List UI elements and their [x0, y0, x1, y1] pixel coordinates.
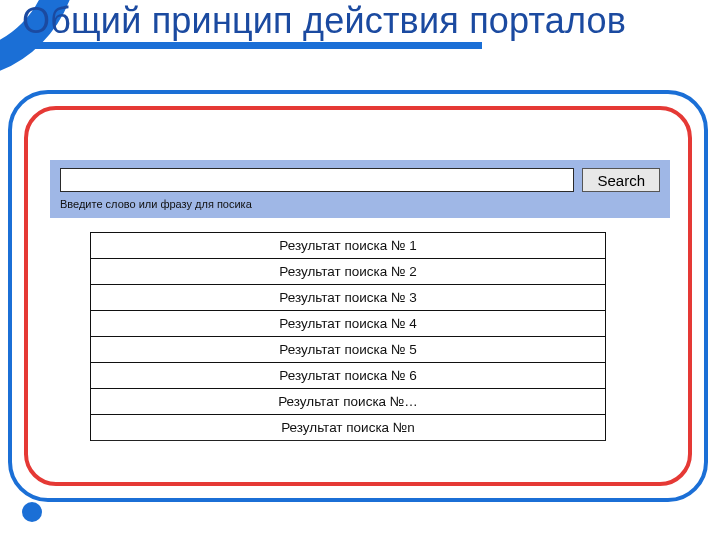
page-title: Общий принцип действия порталов	[22, 2, 700, 40]
search-button[interactable]: Search	[582, 168, 660, 192]
result-label: Результат поиска № 1	[279, 238, 416, 253]
decorative-dot	[22, 502, 42, 522]
results-table: Результат поиска № 1 Результат поиска № …	[90, 232, 606, 441]
result-row: Результат поиска № 2	[91, 259, 606, 285]
result-label: Результат поиска № 6	[279, 368, 416, 383]
result-row: Результат поиска № 4	[91, 311, 606, 337]
search-block: Search Введите слово или фразу для посик…	[50, 160, 670, 218]
result-row: Результат поиска № 6	[91, 363, 606, 389]
result-label: Результат поиска № 4	[279, 316, 416, 331]
result-label: Результат поиска №…	[278, 394, 418, 409]
search-hint: Введите слово или фразу для посика	[60, 198, 660, 210]
result-row: Результат поиска № 1	[91, 233, 606, 259]
title-underline	[22, 42, 482, 49]
result-row: Результат поиска № 3	[91, 285, 606, 311]
result-row: Результат поиска № 5	[91, 337, 606, 363]
slide: Общий принцип действия порталов Search В…	[0, 0, 720, 540]
content-area: Search Введите слово или фразу для посик…	[50, 160, 670, 441]
result-row: Результат поиска №n	[91, 415, 606, 441]
result-label: Результат поиска № 3	[279, 290, 416, 305]
title-area: Общий принцип действия порталов	[22, 2, 700, 49]
search-row: Search	[60, 168, 660, 192]
search-input[interactable]	[60, 168, 574, 192]
result-label: Результат поиска №n	[281, 420, 415, 435]
result-label: Результат поиска № 5	[279, 342, 416, 357]
result-label: Результат поиска № 2	[279, 264, 416, 279]
result-row: Результат поиска №…	[91, 389, 606, 415]
